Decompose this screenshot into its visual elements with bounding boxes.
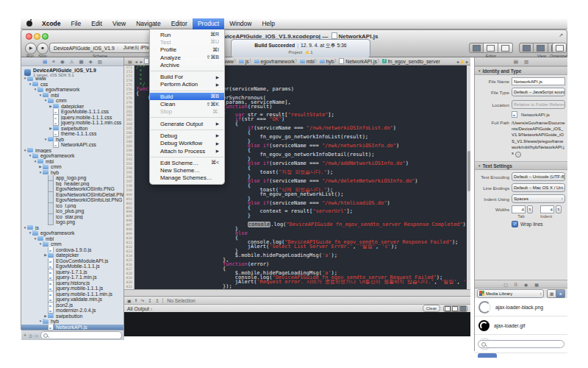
stop-button[interactable]: ■ <box>37 43 49 54</box>
tree-item-jquery-mobile-1-1-1-min-css[interactable]: jquery.mobile-1.1.1.min.css <box>21 120 123 126</box>
library-popup[interactable]: Media Library↕ <box>477 289 544 298</box>
pause-icon[interactable]: ‖ <box>135 298 137 303</box>
location-popup[interactable]: Relative to Folder Reference↕ <box>512 100 565 109</box>
project-navigator-icon[interactable]: ▤ <box>43 59 47 65</box>
tree-item-mbl[interactable]: ▼mbl <box>21 159 123 165</box>
tree-item-datepicker[interactable]: ▶datepicker <box>21 104 123 110</box>
file-name-field[interactable]: NetworkAPI.js <box>512 77 565 85</box>
console-output[interactable] <box>123 312 470 336</box>
scm-status-icon[interactable]: ▭ <box>35 333 38 338</box>
step-over-icon[interactable]: ↷ <box>140 298 144 303</box>
next-issue-icon[interactable]: ▸ <box>466 59 468 64</box>
step-out-icon[interactable]: ↥ <box>155 298 159 303</box>
tree-item-cordova-1-9-0-js[interactable]: cordova-1.9.0.js <box>21 247 123 253</box>
product-menu-item-manage-schemes[interactable]: Manage Schemes… <box>150 174 224 182</box>
output-filter-popup[interactable]: All Output ↕ <box>127 306 152 311</box>
tree-item-egovnetworkiosinfolist-png[interactable]: EgovNetworkiOSInfoList.PNG <box>21 197 123 203</box>
product-menu-item-generate-output[interactable]: Generate Output▶ <box>150 120 224 127</box>
menubar-item-file[interactable]: File <box>66 18 87 29</box>
tree-item-egovnetworkiosinfodetail-png[interactable]: EgovNetworkiOSInfoDetail.PNG <box>21 192 123 198</box>
tree-item-cmm[interactable]: ▼cmm <box>21 98 123 104</box>
product-menu-item-clean[interactable]: Clean⇧⌘K <box>150 100 224 107</box>
media-item-ajax-loader-black-png[interactable]: ajax-loader-black.png <box>475 298 567 316</box>
tree-item-egovframework[interactable]: ▼egovframework <box>21 153 123 159</box>
text-encoding-popup[interactable]: Default – Unicode (UTF-8)↕ <box>512 172 565 181</box>
media-item-ajax-loader-gif[interactable]: ajax-loader.gif <box>475 316 567 335</box>
breadcrumb-networkapi-js[interactable]: NetworkAPI.js <box>339 58 377 64</box>
breadcrumb-js[interactable]: js <box>239 59 249 64</box>
tree-item-ico-star-png[interactable]: ico_star.png <box>21 214 123 220</box>
debug-navigator-icon[interactable]: ▦ <box>79 59 84 65</box>
breadcrumb-mbl[interactable]: mbl <box>300 59 315 64</box>
tree-item-bg-header-png[interactable]: bg_header.png <box>21 181 123 187</box>
tree-item-egovframework[interactable]: ▼egovframework <box>21 87 123 93</box>
file-template-library-icon[interactable]: ▢ <box>503 282 508 287</box>
tree-item-json2-js[interactable]: json2.js <box>21 302 123 308</box>
tree-item-egovcommoduleapi-js[interactable]: EGovComModuleAPI.js <box>21 258 123 264</box>
tree-item-hyb[interactable]: ▼hyb <box>21 137 123 143</box>
product-menu-item-profile[interactable]: Profile⌘I <box>150 46 224 54</box>
media-library-icon[interactable]: ▦ <box>534 282 539 287</box>
tree-item-ico-plus-png[interactable]: ico_plus.png <box>21 208 123 214</box>
tree-item-egovframework[interactable]: ▼egovframework <box>21 230 123 236</box>
tree-item-egovnetworkiosinfo-png[interactable]: EgovNetworkiOSInfo.PNG <box>21 186 123 192</box>
breadcrumb-egovframework[interactable]: egovframework <box>254 59 295 64</box>
issue-navigator-icon[interactable]: ⚠ <box>70 59 74 65</box>
tree-item-mbl[interactable]: ▼mbl <box>21 93 123 99</box>
reveal-in-finder-icon[interactable]: → <box>515 152 521 158</box>
indent-width-field[interactable]: 4 <box>540 205 554 213</box>
step-into-icon[interactable]: ↧ <box>148 298 151 303</box>
file-type-popup[interactable]: Default – JavaScript source↕ <box>512 88 565 96</box>
line-endings-popup[interactable]: Default – Mac OS X / Uni…↕ <box>512 183 565 192</box>
product-menu-item-debug[interactable]: Debug▶ <box>150 132 224 139</box>
tree-item-networkapi-css[interactable]: NetworkAPI.css <box>21 142 123 148</box>
text-settings-section-header[interactable]: ▼Text Settings <box>475 161 567 170</box>
tree-item-hyb[interactable]: ▼hyb <box>21 170 123 176</box>
tree-item-js[interactable]: ▼js <box>21 225 123 231</box>
product-menu-item-archive[interactable]: Archive <box>150 61 224 68</box>
product-menu-item-new-scheme[interactable]: New Scheme… <box>150 166 224 174</box>
add-file-icon[interactable]: + <box>24 333 26 338</box>
tree-item-mbl[interactable]: ▼mbl <box>21 236 123 242</box>
file-inspector-icon[interactable]: ▤ <box>514 59 518 65</box>
variables-view-button[interactable] <box>443 305 451 312</box>
related-items-icon[interactable]: ▤ <box>128 59 132 64</box>
toggle-debug-area-button[interactable] <box>534 43 548 53</box>
tree-item-jquery-mobile-1-1-1-min-js[interactable]: jquery.mobile-1.1.1.min.js <box>21 291 123 297</box>
menubar-item-view[interactable]: View <box>107 18 131 29</box>
tree-item-ico-l-png[interactable]: ico_l.png <box>21 203 123 209</box>
product-menu-item-run[interactable]: Run⌘R <box>150 31 224 38</box>
menubar-item-window[interactable]: Window <box>224 18 257 29</box>
standard-editor-button[interactable] <box>469 43 484 53</box>
hide-debug-area-icon[interactable]: ▣ <box>127 298 132 303</box>
menubar-item-editor[interactable]: Editor <box>166 18 193 29</box>
previous-issue-icon[interactable]: ◂ <box>456 59 459 64</box>
breadcrumb-fn-egov-sendto-server[interactable]: ffn_egov_sendto_server <box>382 59 440 64</box>
assistant-editor-button[interactable] <box>484 43 498 53</box>
version-editor-button[interactable] <box>498 43 513 53</box>
media-item-partial[interactable] <box>478 353 497 358</box>
tree-item-swipebutton[interactable]: ▶swipebutton <box>21 314 123 319</box>
tree-item-jquery-mobile-1-1-1-js[interactable]: jquery.mobile-1.1.1.js <box>21 286 123 291</box>
recent-files-icon[interactable]: ◷ <box>29 333 32 338</box>
clear-console-button[interactable]: Clear <box>423 305 440 312</box>
tree-item-jquery-validate-min-js[interactable]: jquery.validate.min.js <box>21 297 123 302</box>
tree-item-jquery-history-js[interactable]: jquery.history.js <box>21 280 123 286</box>
tree-item-egovmobile-1-1-1-css[interactable]: EgovMobile-1.1.1.css <box>21 109 123 115</box>
navigator-filter-field[interactable] <box>40 331 122 339</box>
quick-help-icon[interactable]: ▥ <box>524 59 528 65</box>
menubar-item-xcode[interactable]: Xcode <box>37 18 66 29</box>
tree-item-theme-1-1-1-css[interactable]: theme-1.1.1.css <box>21 131 123 137</box>
product-menu-item-edit-scheme[interactable]: Edit Scheme…⌘< <box>150 159 224 166</box>
grid-view-icon[interactable]: ▦ <box>547 289 556 298</box>
tree-item-www[interactable]: ▼www <box>21 76 123 82</box>
tab-width-field[interactable]: 4 <box>512 205 526 213</box>
toggle-navigator-button[interactable] <box>519 43 534 53</box>
tree-item-swipebutton[interactable]: ▶swipebutton <box>21 126 123 132</box>
tree-item-cmm[interactable]: ▶cmm <box>21 164 123 170</box>
editor-horizontal-scrollbar[interactable] <box>123 289 470 296</box>
tree-item-egovmobile-1-1-1-js[interactable]: EgovMobile-1.1.1.js <box>21 263 123 269</box>
tree-item-images[interactable]: ▼images <box>21 148 123 154</box>
product-menu-item-build[interactable]: Build⌘B <box>150 93 224 100</box>
product-menu-item-analyze[interactable]: Analyze⇧⌘B <box>150 54 224 61</box>
